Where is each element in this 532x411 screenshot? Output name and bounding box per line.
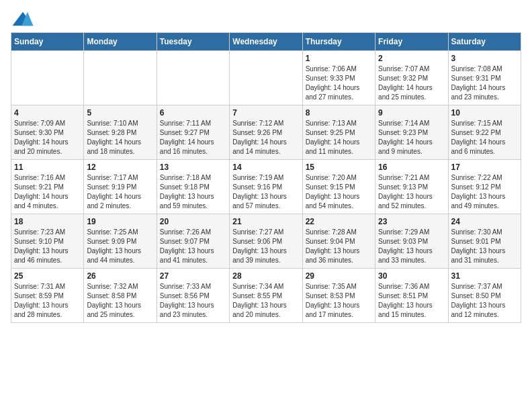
day-number: 16 (378, 163, 445, 172)
day-cell-3: 3Sunrise: 7:08 AM Sunset: 9:31 PM Daylig… (448, 51, 521, 105)
day-info: Sunrise: 7:11 AM Sunset: 9:27 PM Dayligh… (160, 119, 226, 156)
day-cell-18: 18Sunrise: 7:23 AM Sunset: 9:10 PM Dayli… (11, 214, 84, 269)
day-number: 12 (87, 163, 153, 172)
day-cell-24: 24Sunrise: 7:30 AM Sunset: 9:01 PM Dayli… (448, 214, 521, 269)
day-cell-5: 5Sunrise: 7:10 AM Sunset: 9:28 PM Daylig… (84, 105, 157, 160)
day-cell-10: 10Sunrise: 7:15 AM Sunset: 9:22 PM Dayli… (448, 105, 521, 160)
day-info: Sunrise: 7:17 AM Sunset: 9:19 PM Dayligh… (87, 173, 153, 211)
weekday-header-thursday: Thursday (302, 33, 375, 51)
day-info: Sunrise: 7:07 AM Sunset: 9:32 PM Dayligh… (378, 64, 445, 102)
day-number: 1 (306, 54, 372, 63)
day-number: 6 (160, 108, 226, 118)
day-cell-17: 17Sunrise: 7:22 AM Sunset: 9:12 PM Dayli… (448, 160, 521, 214)
day-number: 15 (306, 163, 372, 172)
weekday-header-monday: Monday (84, 33, 157, 51)
weekday-header-row: SundayMondayTuesdayWednesdayThursdayFrid… (11, 33, 521, 51)
week-row-1: 1Sunrise: 7:06 AM Sunset: 9:33 PM Daylig… (11, 51, 521, 105)
weekday-header-sunday: Sunday (11, 33, 84, 51)
day-number: 21 (232, 217, 299, 226)
empty-cell (157, 51, 229, 105)
day-number: 31 (451, 271, 518, 281)
day-info: Sunrise: 7:27 AM Sunset: 9:06 PM Dayligh… (232, 228, 299, 265)
day-cell-7: 7Sunrise: 7:12 AM Sunset: 9:26 PM Daylig… (230, 105, 302, 160)
day-cell-30: 30Sunrise: 7:36 AM Sunset: 8:51 PM Dayli… (375, 269, 448, 323)
day-number: 4 (14, 108, 81, 118)
day-number: 9 (378, 108, 445, 118)
day-cell-12: 12Sunrise: 7:17 AM Sunset: 9:19 PM Dayli… (84, 160, 157, 214)
day-info: Sunrise: 7:18 AM Sunset: 9:18 PM Dayligh… (160, 173, 226, 211)
day-number: 29 (306, 271, 372, 281)
day-info: Sunrise: 7:19 AM Sunset: 9:16 PM Dayligh… (232, 173, 299, 211)
day-cell-23: 23Sunrise: 7:29 AM Sunset: 9:03 PM Dayli… (375, 214, 448, 269)
day-info: Sunrise: 7:09 AM Sunset: 9:30 PM Dayligh… (14, 119, 81, 156)
week-row-2: 4Sunrise: 7:09 AM Sunset: 9:30 PM Daylig… (11, 105, 521, 160)
day-cell-16: 16Sunrise: 7:21 AM Sunset: 9:13 PM Dayli… (375, 160, 448, 214)
day-info: Sunrise: 7:26 AM Sunset: 9:07 PM Dayligh… (160, 228, 226, 265)
day-cell-21: 21Sunrise: 7:27 AM Sunset: 9:06 PM Dayli… (230, 214, 302, 269)
weekday-header-tuesday: Tuesday (157, 33, 229, 51)
day-number: 7 (232, 108, 299, 118)
day-cell-19: 19Sunrise: 7:25 AM Sunset: 9:09 PM Dayli… (84, 214, 157, 269)
day-number: 30 (378, 271, 445, 281)
day-cell-28: 28Sunrise: 7:34 AM Sunset: 8:55 PM Dayli… (230, 269, 302, 323)
day-info: Sunrise: 7:12 AM Sunset: 9:26 PM Dayligh… (232, 119, 299, 156)
day-cell-15: 15Sunrise: 7:20 AM Sunset: 9:15 PM Dayli… (302, 160, 375, 214)
day-info: Sunrise: 7:16 AM Sunset: 9:21 PM Dayligh… (14, 173, 81, 211)
day-info: Sunrise: 7:14 AM Sunset: 9:23 PM Dayligh… (378, 119, 445, 156)
day-info: Sunrise: 7:28 AM Sunset: 9:04 PM Dayligh… (306, 228, 372, 265)
empty-cell (11, 51, 84, 105)
day-cell-25: 25Sunrise: 7:31 AM Sunset: 8:59 PM Dayli… (11, 269, 84, 323)
day-info: Sunrise: 7:22 AM Sunset: 9:12 PM Dayligh… (451, 173, 518, 211)
day-number: 22 (306, 217, 372, 226)
day-info: Sunrise: 7:20 AM Sunset: 9:15 PM Dayligh… (306, 173, 372, 211)
weekday-header-friday: Friday (375, 33, 448, 51)
weekday-header-saturday: Saturday (448, 33, 521, 51)
day-info: Sunrise: 7:37 AM Sunset: 8:50 PM Dayligh… (451, 282, 518, 320)
week-row-3: 11Sunrise: 7:16 AM Sunset: 9:21 PM Dayli… (11, 160, 521, 214)
weekday-header-wednesday: Wednesday (230, 33, 302, 51)
day-number: 19 (87, 217, 153, 226)
day-info: Sunrise: 7:08 AM Sunset: 9:31 PM Dayligh… (451, 64, 518, 102)
day-number: 20 (160, 217, 226, 226)
day-number: 17 (451, 163, 518, 172)
day-cell-29: 29Sunrise: 7:35 AM Sunset: 8:53 PM Dayli… (302, 269, 375, 323)
page-header (11, 11, 521, 27)
day-cell-1: 1Sunrise: 7:06 AM Sunset: 9:33 PM Daylig… (302, 51, 375, 105)
day-cell-31: 31Sunrise: 7:37 AM Sunset: 8:50 PM Dayli… (448, 269, 521, 323)
day-info: Sunrise: 7:34 AM Sunset: 8:55 PM Dayligh… (232, 282, 299, 320)
day-number: 2 (378, 54, 445, 63)
day-info: Sunrise: 7:30 AM Sunset: 9:01 PM Dayligh… (451, 228, 518, 265)
day-number: 13 (160, 163, 226, 172)
day-cell-6: 6Sunrise: 7:11 AM Sunset: 9:27 PM Daylig… (157, 105, 229, 160)
day-cell-13: 13Sunrise: 7:18 AM Sunset: 9:18 PM Dayli… (157, 160, 229, 214)
day-info: Sunrise: 7:33 AM Sunset: 8:56 PM Dayligh… (160, 282, 226, 320)
day-info: Sunrise: 7:15 AM Sunset: 9:22 PM Dayligh… (451, 119, 518, 156)
day-number: 28 (232, 271, 299, 281)
day-info: Sunrise: 7:35 AM Sunset: 8:53 PM Dayligh… (306, 282, 372, 320)
day-info: Sunrise: 7:13 AM Sunset: 9:25 PM Dayligh… (306, 119, 372, 156)
day-number: 23 (378, 217, 445, 226)
day-info: Sunrise: 7:21 AM Sunset: 9:13 PM Dayligh… (378, 173, 445, 211)
calendar-table: SundayMondayTuesdayWednesdayThursdayFrid… (11, 32, 521, 323)
day-cell-8: 8Sunrise: 7:13 AM Sunset: 9:25 PM Daylig… (302, 105, 375, 160)
day-info: Sunrise: 7:32 AM Sunset: 8:58 PM Dayligh… (87, 282, 153, 320)
day-info: Sunrise: 7:06 AM Sunset: 9:33 PM Dayligh… (306, 64, 372, 102)
day-cell-27: 27Sunrise: 7:33 AM Sunset: 8:56 PM Dayli… (157, 269, 229, 323)
day-cell-22: 22Sunrise: 7:28 AM Sunset: 9:04 PM Dayli… (302, 214, 375, 269)
day-number: 24 (451, 217, 518, 226)
week-row-4: 18Sunrise: 7:23 AM Sunset: 9:10 PM Dayli… (11, 214, 521, 269)
day-number: 10 (451, 108, 518, 118)
logo (11, 11, 38, 27)
day-info: Sunrise: 7:10 AM Sunset: 9:28 PM Dayligh… (87, 119, 153, 156)
empty-cell (84, 51, 157, 105)
day-number: 14 (232, 163, 299, 172)
day-cell-11: 11Sunrise: 7:16 AM Sunset: 9:21 PM Dayli… (11, 160, 84, 214)
day-number: 25 (14, 271, 81, 281)
day-number: 11 (14, 163, 81, 172)
day-info: Sunrise: 7:31 AM Sunset: 8:59 PM Dayligh… (14, 282, 81, 320)
day-cell-9: 9Sunrise: 7:14 AM Sunset: 9:23 PM Daylig… (375, 105, 448, 160)
day-number: 8 (306, 108, 372, 118)
day-number: 3 (451, 54, 518, 63)
empty-cell (230, 51, 302, 105)
day-number: 5 (87, 108, 153, 118)
